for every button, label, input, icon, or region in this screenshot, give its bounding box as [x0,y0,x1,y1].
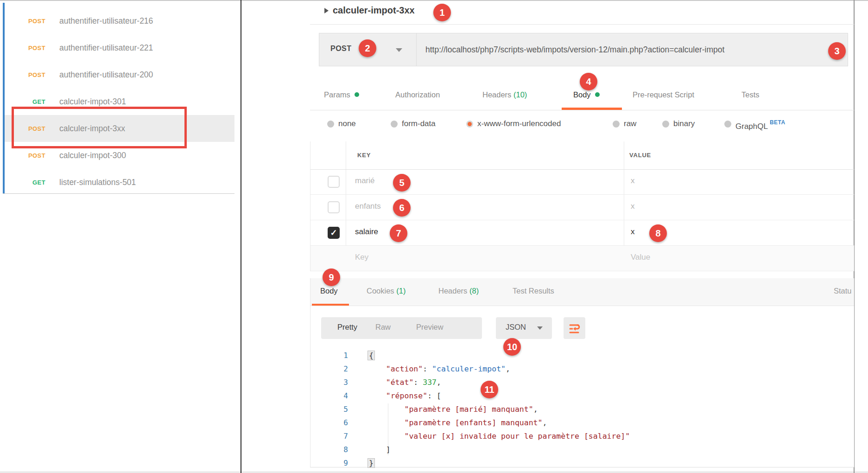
body-dot-icon [595,92,600,97]
request-name: authentifier-utilisateur-221 [59,43,153,53]
language-dropdown[interactable]: JSON [496,317,552,339]
postman-app: { "badges": ["1","2","3","4","5","6","7"… [0,0,868,473]
method-badge-get: GET [5,98,45,105]
code-line: 2 "action": "calculer-impot", [310,362,854,376]
tab-params-label: Params [324,90,350,99]
code-token: 337 [423,378,437,387]
code-token: "calculer-impot" [432,364,506,373]
code-token: "paramètre [marié] manquant" [367,405,533,414]
code-line: 6 "paramètre [enfants] manquant", [310,416,854,429]
urlencoded-kv-table: KEY VALUE marié x enfants x ✓ salaire x … [310,141,854,271]
response-tab-test-results[interactable]: Test Results [513,287,554,295]
radio-x-www-form-urlencoded[interactable] [466,121,473,128]
window-bottom-border [0,472,868,473]
mode-graphql-label[interactable]: GraphQLBETA [735,119,786,131]
code-line: 9 } [310,456,854,470]
row-checkbox-checked[interactable]: ✓ [328,227,340,239]
method-badge-post: POST [5,45,45,51]
code-token: "action" [367,364,423,373]
line-number: 5 [310,403,348,416]
code-token: : [423,364,432,373]
tab-authorization[interactable]: Authorization [395,90,440,99]
mode-form-data-label[interactable]: form-data [402,119,436,128]
mode-raw-label[interactable]: raw [624,119,636,128]
sidebar-item-authentifier-utilisateur-221[interactable]: POST authentifier-utilisateur-221 [5,34,234,61]
mode-none-label[interactable]: none [338,119,356,128]
wrap-text-button[interactable] [564,317,585,339]
tab-pre-request-script[interactable]: Pre-request Script [633,90,694,99]
tab-authorization-label: Authorization [395,90,440,99]
expand-request-icon[interactable] [324,8,329,13]
graphql-beta-badge: BETA [770,119,786,126]
view-mode-preview[interactable]: Preview [416,323,444,332]
tab-headers[interactable]: Headers (10) [482,90,527,99]
line-number: 4 [310,389,348,403]
row-checkbox-unchecked[interactable] [328,201,340,213]
row-checkbox-unchecked[interactable] [328,176,340,188]
request-name: authentifier-utilisateur-200 [59,70,153,80]
code-token: { [367,351,375,360]
annotation-badge-1: 1 [433,4,451,21]
page-title: calculer-impot-3xx [333,5,415,16]
response-tab-body[interactable]: Body [320,287,338,295]
kv-value-cell[interactable]: x [631,202,635,211]
response-tab-headers[interactable]: Headers (8) [438,287,479,295]
kv-table-header: KEY VALUE [310,141,854,170]
line-number: 8 [310,443,348,456]
radio-raw[interactable] [613,121,620,128]
line-number: 9 [310,456,348,470]
response-tab-cookies[interactable]: Cookies (1) [367,287,405,295]
kv-value-cell[interactable]: x [631,176,635,185]
request-name: calculer-impot-301 [59,97,126,107]
body-mode-selector: none form-data x-www-form-urlencoded raw… [310,116,854,139]
method-badge-post: POST [5,152,45,159]
radio-binary[interactable] [662,121,669,128]
code-line: 8 ] [310,443,854,456]
mode-binary-label[interactable]: binary [673,119,695,128]
radio-form-data[interactable] [391,121,398,128]
method-badge-post: POST [5,71,45,78]
annotation-badge-11: 11 [481,381,498,398]
sidebar-item-lister-simulations-501[interactable]: GET lister-simulations-501 [5,169,234,196]
tab-params[interactable]: Params [324,90,359,99]
kv-row-marie: marié x [310,169,854,195]
kv-row-enfants: enfants x [310,195,854,220]
line-number: 6 [310,416,348,429]
code-token: ] [367,445,391,454]
radio-graphql[interactable] [724,121,731,128]
sidebar-item-authentifier-utilisateur-200[interactable]: POST authentifier-utilisateur-200 [5,61,234,88]
headers-count: (10) [513,90,527,99]
url-input[interactable]: http://localhost/php7/scripts-web/impots… [417,33,848,66]
kv-key-cell[interactable]: marié [355,176,375,185]
kv-key-placeholder[interactable]: Key [355,253,368,262]
code-line: 7 "valeur [x] invalide pour le paramètre… [310,429,854,443]
kv-key-cell[interactable]: enfants [355,202,381,211]
tab-tests-label: Tests [741,90,760,99]
mode-urlencoded-label[interactable]: x-www-form-urlencoded [477,119,561,128]
method-badge-get: GET [5,179,45,186]
kv-key-cell[interactable]: salaire [355,227,378,236]
view-mode-pretty[interactable]: Pretty [337,323,357,332]
view-mode-raw[interactable]: Raw [375,323,391,332]
request-name: lister-simulations-501 [59,178,136,187]
code-line: 5 "paramètre [marié] manquant", [310,403,854,416]
annotation-badge-9: 9 [323,268,340,286]
kv-value-placeholder[interactable]: Value [631,253,650,262]
annotation-badge-5: 5 [393,174,411,192]
code-token: , [506,364,510,373]
radio-none[interactable] [327,121,334,128]
line-number: 7 [310,429,348,443]
line-number: 3 [310,376,348,389]
code-token: : [413,378,423,387]
value-column-header: VALUE [629,152,651,159]
tab-body[interactable]: Body [573,90,600,99]
kv-value-cell[interactable]: x [631,227,635,236]
chevron-down-icon [396,48,402,52]
line-number: 2 [310,362,348,376]
sidebar-item-authentifier-utilisateur-216[interactable]: POST authentifier-utilisateur-216 [5,7,234,34]
response-headers-count: (8) [469,287,479,295]
tab-tests[interactable]: Tests [741,90,760,99]
key-column-header: KEY [357,152,371,159]
language-value: JSON [506,323,526,332]
code-token: } [367,458,375,468]
